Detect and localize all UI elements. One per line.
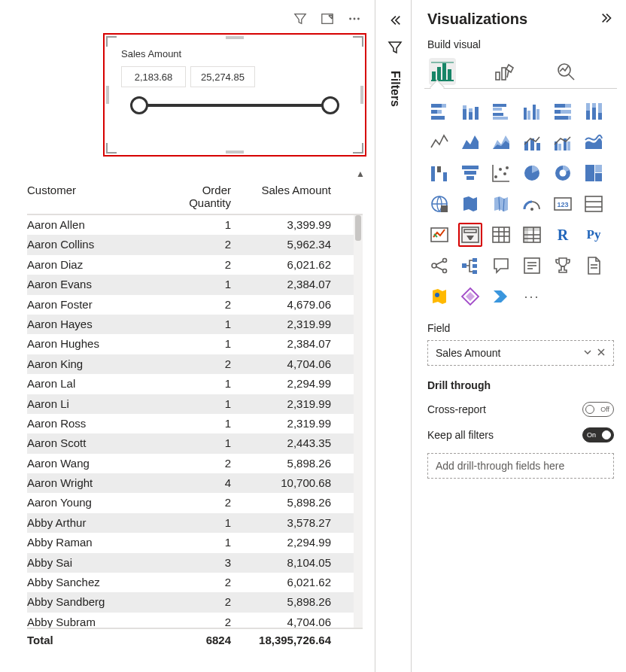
viz-type-more-visuals[interactable]: ···	[520, 284, 544, 309]
field-well[interactable]: Sales Amount	[427, 340, 614, 366]
viz-type-py-visual[interactable]: Py	[582, 223, 606, 247]
viz-type-line-stacked-column[interactable]	[520, 130, 544, 154]
drill-through-field-well[interactable]: Add drill-through fields here	[427, 453, 614, 479]
table-row[interactable]: Aaron Hughes12,384.07	[27, 334, 363, 354]
table-row[interactable]: Aaron Scott12,443.35	[27, 433, 363, 453]
table-row[interactable]: Aaron Foster24,679.06	[27, 295, 363, 315]
tab-format-visual[interactable]	[491, 58, 518, 85]
viz-type-stacked-area[interactable]	[489, 130, 513, 154]
viz-type-ribbon[interactable]	[582, 130, 606, 154]
svg-rect-29	[533, 105, 536, 120]
table-row[interactable]: Aaron Wright410,700.68	[27, 473, 363, 493]
viz-type-hundred-column[interactable]	[582, 99, 606, 123]
viz-type-clustered-bar[interactable]	[489, 99, 513, 123]
col-header-customer[interactable]: Customer	[27, 184, 159, 209]
table-row[interactable]: Abby Sanchez26,021.62	[27, 573, 363, 592]
collapse-icon[interactable]	[388, 14, 402, 29]
viz-type-table[interactable]	[489, 223, 513, 247]
viz-type-card[interactable]: 123	[551, 192, 575, 216]
expand-icon[interactable]	[600, 11, 614, 27]
svg-rect-25	[493, 113, 503, 116]
viz-type-slicer[interactable]	[458, 223, 482, 247]
viz-type-decomposition-tree[interactable]	[458, 254, 482, 278]
viz-type-matrix[interactable]	[520, 223, 544, 247]
keep-filters-toggle[interactable]	[582, 427, 614, 442]
viz-type-multi-card[interactable]	[582, 192, 606, 216]
table-row[interactable]: Aaron Ross12,319.99	[27, 414, 363, 433]
filters-label: Filters	[388, 71, 402, 107]
chevron-down-icon[interactable]	[583, 347, 592, 359]
viz-type-power-automate[interactable]	[489, 284, 513, 309]
viz-type-power-apps[interactable]	[458, 284, 482, 309]
table-row[interactable]: Aaron Li12,319.99	[27, 394, 363, 414]
more-options-icon[interactable]	[348, 12, 361, 28]
viz-type-line[interactable]	[427, 130, 451, 154]
svg-rect-5	[437, 67, 441, 80]
slicer-min-input[interactable]	[121, 66, 186, 87]
table-row[interactable]: Aaron Collins25,962.34	[27, 235, 363, 254]
table-row[interactable]: Abby Subram24,704.06	[27, 613, 363, 628]
table-header: Customer Order Quantity Sales Amount	[27, 184, 363, 215]
table-row[interactable]: Abby Arthur13,578.27	[27, 513, 363, 533]
viz-type-clustered-column[interactable]	[520, 99, 544, 123]
viz-type-gauge[interactable]	[520, 192, 544, 216]
viz-type-goals[interactable]	[551, 254, 575, 278]
table-row[interactable]: Aaron Diaz26,021.62	[27, 255, 363, 275]
table-row[interactable]: Aaron Lal12,294.99	[27, 374, 363, 394]
viz-type-stacked-column[interactable]	[458, 99, 482, 123]
viz-type-shape-map[interactable]	[489, 192, 513, 216]
viz-type-kpi[interactable]	[427, 223, 451, 247]
viz-type-qna[interactable]	[489, 254, 513, 278]
table-row[interactable]: Aaron Evans12,384.07	[27, 275, 363, 294]
viz-type-pie[interactable]	[520, 161, 544, 185]
viz-type-treemap[interactable]	[582, 161, 606, 185]
cell-customer: Abby Sai	[27, 553, 159, 573]
viz-type-map[interactable]	[427, 192, 451, 216]
tab-build-visual[interactable]	[429, 58, 456, 85]
viz-type-stacked-bar[interactable]	[427, 99, 451, 123]
viz-type-line-clustered-column[interactable]	[551, 130, 575, 154]
viz-type-scatter[interactable]	[489, 161, 513, 185]
table-row[interactable]: Abby Raman12,294.99	[27, 533, 363, 552]
viz-type-paginated-report[interactable]	[582, 254, 606, 278]
table-row[interactable]: Aaron Allen13,399.99	[27, 215, 363, 235]
slicer-max-input[interactable]	[190, 66, 255, 87]
cell-amount: 2,294.99	[242, 374, 336, 394]
viz-type-key-influencers[interactable]	[427, 254, 451, 278]
cell-customer: Aaron Hughes	[27, 334, 159, 354]
table-row[interactable]: Abby Sai38,104.05	[27, 553, 363, 573]
viz-type-donut[interactable]	[551, 161, 575, 185]
viz-type-funnel[interactable]	[458, 161, 482, 185]
visualizations-title: Visualizations	[427, 11, 527, 28]
viz-type-arcgis[interactable]	[427, 284, 451, 309]
slider-track[interactable]	[139, 104, 330, 107]
col-header-amount[interactable]: Sales Amount	[242, 184, 336, 209]
table-visual[interactable]: Customer Order Quantity Sales Amount ▲ A…	[27, 184, 363, 650]
filter-icon[interactable]	[293, 12, 307, 28]
table-row[interactable]: Aaron King24,704.06	[27, 354, 363, 374]
table-row[interactable]: Aaron Hayes12,319.99	[27, 315, 363, 334]
viz-type-narrative[interactable]	[520, 254, 544, 278]
viz-type-waterfall[interactable]	[427, 161, 451, 185]
svg-rect-22	[475, 107, 479, 120]
viz-type-hundred-bar[interactable]	[551, 99, 575, 123]
filters-pane-collapsed[interactable]: Filters	[378, 0, 412, 672]
slider-thumb-min[interactable]	[130, 96, 148, 114]
filters-funnel-icon[interactable]	[387, 40, 403, 57]
viz-type-r-visual[interactable]: R	[551, 223, 575, 247]
scrollbar[interactable]	[354, 215, 363, 628]
tab-analytics[interactable]	[552, 58, 579, 85]
remove-field-icon[interactable]	[597, 347, 606, 359]
table-row[interactable]: Abby Sandberg25,898.26	[27, 592, 363, 612]
viz-type-filled-map[interactable]	[458, 192, 482, 216]
svg-rect-7	[448, 69, 451, 80]
col-header-qty[interactable]: Order Quantity	[159, 184, 242, 209]
slicer-visual[interactable]: Sales Amount	[103, 33, 366, 157]
scroll-up-icon[interactable]: ▲	[356, 169, 365, 179]
cross-report-toggle[interactable]	[582, 402, 614, 417]
table-row[interactable]: Aaron Young25,898.26	[27, 493, 363, 512]
slider-thumb-max[interactable]	[321, 96, 339, 114]
viz-type-area[interactable]	[458, 130, 482, 154]
table-row[interactable]: Aaron Wang25,898.26	[27, 454, 363, 473]
focus-mode-icon[interactable]	[321, 12, 334, 28]
